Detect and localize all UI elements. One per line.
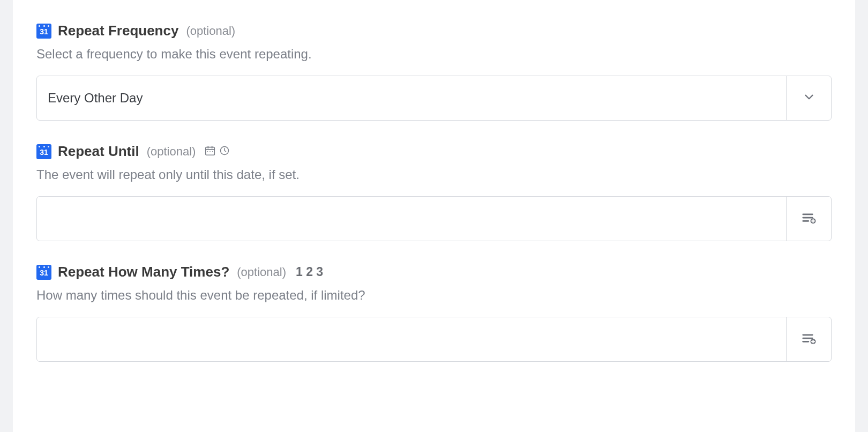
- repeat-until-input[interactable]: [48, 211, 775, 227]
- dropdown-toggle[interactable]: [786, 76, 831, 120]
- field-description: Select a frequency to make this event re…: [36, 47, 832, 62]
- svg-rect-0: [206, 147, 215, 155]
- label-row: 31 Repeat How Many Times? (optional) 1 2…: [36, 264, 832, 280]
- type-hint-number: 1 2 3: [296, 265, 323, 279]
- calendar-icon-day: 31: [40, 148, 48, 157]
- optional-badge: (optional): [147, 145, 196, 159]
- repeat-until-input-wrap: [36, 196, 832, 241]
- label-row: 31 Repeat Frequency (optional): [36, 23, 832, 39]
- insert-data-button[interactable]: [786, 317, 831, 361]
- optional-badge: (optional): [237, 265, 286, 279]
- field-description: How many times should this event be repe…: [36, 288, 832, 303]
- calendar-icon-day: 31: [40, 27, 48, 36]
- label-row: 31 Repeat Until (optional): [36, 143, 832, 160]
- repeat-frequency-select[interactable]: Every Other Day: [36, 76, 832, 121]
- insert-data-button[interactable]: [786, 197, 831, 241]
- calendar-icon: 31: [36, 24, 51, 39]
- repeat-count-input-cell: [37, 317, 786, 361]
- clock-icon: [219, 145, 230, 158]
- field-description: The event will repeat only until this da…: [36, 167, 832, 182]
- repeat-count-input[interactable]: [48, 331, 775, 347]
- form-card: 31 Repeat Frequency (optional) Select a …: [13, 0, 855, 432]
- field-repeat-frequency: 31 Repeat Frequency (optional) Select a …: [36, 0, 832, 121]
- list-add-icon: [801, 330, 817, 348]
- list-add-icon: [801, 210, 817, 228]
- calendar-icon: 31: [36, 144, 51, 159]
- calendar-icon: 31: [36, 265, 51, 280]
- repeat-until-input-cell: [37, 197, 786, 241]
- repeat-count-input-wrap: [36, 317, 832, 362]
- field-repeat-until: 31 Repeat Until (optional): [36, 121, 832, 241]
- optional-badge: (optional): [186, 24, 235, 38]
- calendar-outline-icon: [204, 145, 216, 159]
- calendar-icon-day: 31: [40, 269, 48, 277]
- field-label: Repeat Frequency: [58, 23, 178, 39]
- repeat-frequency-value[interactable]: Every Other Day: [37, 76, 786, 120]
- chevron-down-icon: [802, 90, 816, 106]
- field-label: Repeat Until: [58, 143, 139, 160]
- field-repeat-count: 31 Repeat How Many Times? (optional) 1 2…: [36, 241, 832, 362]
- field-label: Repeat How Many Times?: [58, 264, 229, 280]
- type-hint-datetime: [204, 145, 230, 159]
